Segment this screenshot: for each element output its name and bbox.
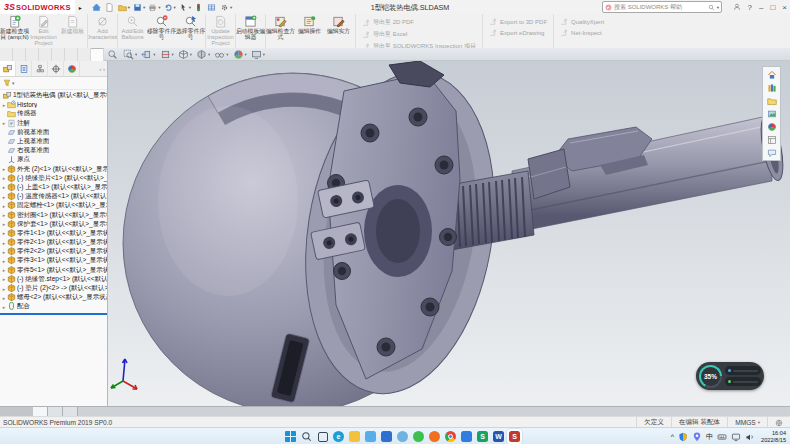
taskpane-design-library[interactable]	[764, 81, 779, 94]
taskbar-dictionary[interactable]	[459, 429, 474, 444]
qat-print[interactable]: ▾	[148, 3, 160, 12]
tree-item[interactable]: ▸ 螺母<2> (默认<<默认>_显示状态	[0, 293, 107, 302]
ribbon-button[interactable]: 启动模板编辑器	[235, 14, 265, 48]
export-item[interactable]: 导出至 2D PDF	[362, 18, 476, 27]
ribbon-button[interactable]: 编辑操作	[295, 14, 324, 48]
export-item[interactable]: Export to 3D PDF	[489, 18, 547, 26]
search-box[interactable]: 搜索 SOLIDWORKS 帮助 ▾	[602, 1, 722, 13]
tray-chevron-up[interactable]: ^	[671, 433, 674, 440]
close-button[interactable]: ×	[782, 3, 787, 12]
tree-item[interactable]: 右视基准面	[0, 146, 107, 155]
hud-hide-show-items[interactable]: ▾	[214, 49, 228, 60]
ribbon-button[interactable]: Update Inspection Project	[205, 14, 235, 48]
qat-home[interactable]	[92, 3, 102, 12]
taskbar-file-explorer[interactable]	[347, 429, 362, 444]
qat-select[interactable]: ▾	[179, 3, 191, 12]
tree-filter[interactable]: ▾	[0, 77, 107, 90]
taskpane-custom-properties[interactable]	[764, 133, 779, 146]
ribbon-button[interactable]: 选择零件序号	[176, 14, 205, 48]
taskbar-start[interactable]	[283, 429, 298, 444]
tree-item[interactable]: ▸ 零件3<1> (默认<<默认>_显示状	[0, 256, 107, 265]
tree-item[interactable]: ▸ 注解	[0, 119, 107, 128]
tree-root[interactable]: 1型铠装热电偶 (默认<默认_显示状态-1	[0, 91, 107, 100]
taskbar-store[interactable]	[379, 429, 394, 444]
ribbon-button[interactable]: Add Characteristic	[87, 14, 117, 48]
tree-item[interactable]: ▸ (-) 上盖<1> (默认<<默认>_显示状	[0, 183, 107, 192]
taskbar-edge[interactable]: e	[331, 429, 346, 444]
maximize-button[interactable]: □	[770, 3, 775, 12]
person-icon[interactable]	[733, 3, 741, 11]
tree-item[interactable]: ▸ (-) 绝缘垫片<1> (默认<<默认>_显	[0, 174, 107, 183]
tree-item[interactable]: ▸ 外壳 (2)<1> (默认<<默认>_显示状	[0, 165, 107, 174]
configurationmanager-tab[interactable]	[32, 61, 48, 76]
zoom-widget[interactable]: 35%	[696, 362, 764, 390]
taskpane-forum[interactable]	[764, 146, 779, 159]
hud-view-orientation[interactable]: ▾	[178, 49, 192, 60]
ribbon-button[interactable]: 编辑实方	[324, 14, 353, 48]
qat-open[interactable]: ▾	[118, 3, 130, 12]
qat-options[interactable]: ▾	[220, 3, 232, 12]
taskbar-chrome[interactable]	[443, 429, 458, 444]
taskpane-appearances-scenes[interactable]	[764, 120, 779, 133]
tree-item[interactable]: ▸ 零件2<2> (默认<<默认>_显示状	[0, 247, 107, 256]
tray-location-pin[interactable]	[692, 432, 702, 442]
taskbar-task-view[interactable]	[315, 429, 330, 444]
taskbar-wechat[interactable]	[411, 429, 426, 444]
qat-new-document[interactable]	[105, 3, 115, 12]
tray-monitor[interactable]	[731, 432, 741, 442]
tree-item[interactable]: 传感器	[0, 109, 107, 118]
tray-ime-language[interactable]: 中	[706, 432, 713, 442]
tree-item[interactable]: ▸ 密封圈<1> (默认<<默认>_显示状	[0, 210, 107, 219]
fm-tab-scroll[interactable]: ‹ ›	[99, 66, 107, 72]
tree-item[interactable]: ▸ 保护套<1> (默认<<默认>_显示状	[0, 220, 107, 229]
tree-item[interactable]: ▸ (-) 绝缘管.step<1> (默认<<默认>_	[0, 275, 107, 284]
taskbar-solidworks[interactable]: S	[507, 429, 522, 444]
taskbar-browser-orange[interactable]	[427, 429, 442, 444]
tree-item[interactable]: 前视基准面	[0, 128, 107, 137]
tree-item[interactable]: ▸ 零件2<1> (默认<<默认>_显示状	[0, 238, 107, 247]
export-item[interactable]: Net-Inspect	[560, 29, 604, 37]
export-item[interactable]: 导出至 Excel	[362, 30, 476, 39]
command-tab[interactable]	[65, 48, 78, 61]
tree-item[interactable]: ▸ 固定螺栓<1> (默认<<默认>_显示状	[0, 201, 107, 210]
taskpane-file-explorer[interactable]	[764, 94, 779, 107]
export-item[interactable]: Export eDrawing	[489, 29, 547, 37]
widget-button-green[interactable]	[725, 377, 761, 386]
hud-display-style[interactable]: ▾	[196, 49, 210, 60]
command-tab[interactable]	[52, 48, 65, 61]
qat-rebuild[interactable]	[194, 3, 204, 12]
hud-apply-scene[interactable]: ▾	[251, 49, 265, 60]
propertymanager-tab[interactable]	[16, 61, 32, 76]
command-tab[interactable]	[78, 48, 91, 61]
hud-section-view[interactable]: ▾	[160, 49, 174, 60]
tray-speaker[interactable]	[745, 432, 755, 442]
taskbar-clock[interactable]: 16:04 2022/8/15	[761, 430, 786, 443]
taskpane-view-palette[interactable]	[764, 107, 779, 120]
ribbon-button[interactable]: Edit Inspection Project	[29, 14, 58, 48]
command-tab[interactable]	[26, 48, 39, 61]
qat-file-properties[interactable]	[207, 3, 217, 12]
tree-item[interactable]: ▸ (-) 温度传感器<1> (默认<<默认>_	[0, 192, 107, 201]
help-button[interactable]: ?	[748, 3, 752, 12]
tray-security-shield[interactable]	[678, 432, 688, 442]
tree-item[interactable]: 原点	[0, 155, 107, 164]
widget-button-blue[interactable]	[725, 366, 761, 375]
search-mag-icon[interactable]	[708, 4, 715, 11]
search-dropdown-caret[interactable]: ▾	[717, 5, 719, 10]
tree-item[interactable]: ▸ 零件5<1> (默认<<默认>_显示状	[0, 266, 107, 275]
graphics-area[interactable]	[108, 61, 790, 406]
ribbon-button[interactable]: 新建检查项目 (amp;N)	[0, 14, 29, 48]
tree-item[interactable]: 上视基准面	[0, 137, 107, 146]
ribbon-button[interactable]: 新建模板	[58, 14, 87, 48]
qat-undo[interactable]: ▾	[164, 3, 176, 12]
featuremanager-tree-tab[interactable]	[0, 61, 16, 76]
taskbar-onedrive[interactable]	[395, 429, 410, 444]
tree-item[interactable]: ▸ (-) 垫片 (2)<2> -> (默认<<默认>_	[0, 284, 107, 293]
qat-save[interactable]: ▾	[133, 3, 145, 12]
export-item[interactable]: QualityXpert	[560, 18, 604, 26]
minimize-button[interactable]: –	[759, 3, 763, 12]
hud-previous-view[interactable]: ▾	[141, 49, 155, 60]
ribbon-button[interactable]: 编辑检查方式	[265, 14, 295, 48]
taskbar-notes-app[interactable]: S	[475, 429, 490, 444]
dimxpertmanager-tab[interactable]	[48, 61, 64, 76]
